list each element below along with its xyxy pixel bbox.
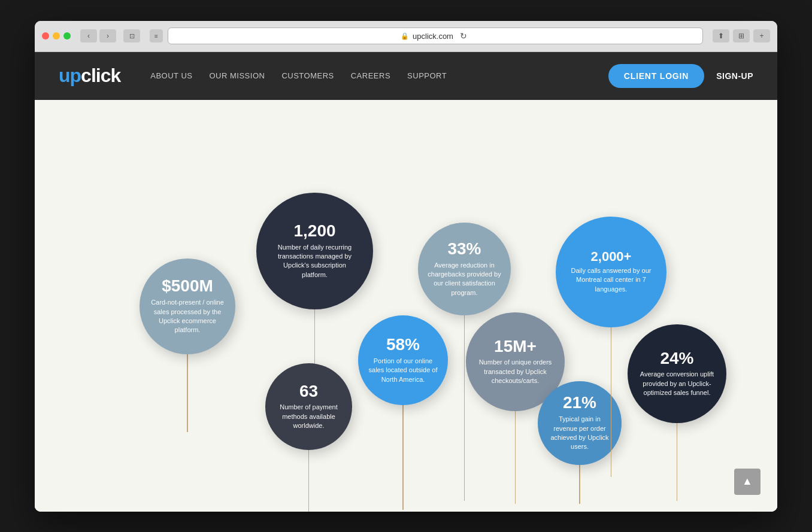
tab-view-button[interactable]: ⊡ — [123, 29, 140, 42]
logo[interactable]: upclick — [59, 65, 120, 87]
balloon-desc-b8: Daily calls answered by our Montreal cal… — [569, 266, 653, 294]
balloon-item-b1: $500MCard-not-present / online sales pro… — [140, 259, 235, 432]
minimize-button[interactable] — [53, 32, 60, 39]
url-text: upclick.com — [413, 32, 453, 41]
balloons-container: $500MCard-not-present / online sales pro… — [35, 100, 777, 512]
balloon-circle-b8: 2,000+Daily calls answered by our Montre… — [556, 217, 666, 327]
balloon-desc-b9: Average conversion uplift provided by an… — [637, 370, 717, 397]
scroll-top-button[interactable]: ▲ — [734, 469, 761, 495]
balloon-stick-b3 — [308, 450, 310, 512]
browser-nav-buttons: ‹ › — [80, 29, 116, 42]
browser-window: ‹ › ⊡ ≡ 🔒 upclick.com ↻ ⬆ ⊞ + upclick AB… — [35, 21, 777, 512]
balloon-stick-b9 — [677, 423, 678, 501]
browser-titlebar: ‹ › ⊡ ≡ 🔒 upclick.com ↻ ⬆ ⊞ + — [35, 21, 777, 52]
balloon-desc-b5: Average reduction in chargebacks provide… — [428, 261, 501, 298]
browser-actions: ⬆ ⊞ + — [713, 29, 770, 42]
balloon-item-b3: 63Number of payment methods available wo… — [265, 363, 352, 512]
balloon-item-b9: 24%Average conversion uplift provided by… — [628, 324, 726, 501]
balloon-circle-b1: $500MCard-not-present / online sales pro… — [140, 259, 235, 354]
balloon-circle-b5: 33%Average reduction in chargebacks prov… — [418, 223, 511, 315]
reader-button[interactable]: ≡ — [150, 29, 163, 42]
balloon-desc-b2: Number of daily recurring transactions m… — [273, 243, 357, 280]
new-tab-button[interactable]: ⊞ — [733, 29, 750, 42]
nav-links: ABOUT US OUR MISSION CUSTOMERS CAREERS S… — [150, 71, 608, 80]
nav-header: upclick ABOUT US OUR MISSION CUSTOMERS C… — [35, 52, 777, 100]
balloon-stick-b5 — [464, 315, 465, 501]
traffic-lights — [42, 32, 71, 39]
balloon-desc-b1: Card-not-present / online sales processe… — [149, 298, 226, 335]
balloon-stick-b8 — [611, 327, 612, 477]
balloon-circle-b9: 24%Average conversion uplift provided by… — [628, 324, 726, 423]
balloon-circle-b3: 63Number of payment methods available wo… — [265, 363, 352, 450]
balloon-stat-b3: 63 — [299, 382, 318, 401]
lock-icon: 🔒 — [401, 32, 409, 40]
balloon-stick-b4 — [402, 405, 404, 510]
fullscreen-button[interactable] — [63, 32, 71, 39]
nav-link-mission[interactable]: OUR MISSION — [209, 71, 265, 80]
balloon-stat-b8: 2,000+ — [591, 250, 632, 264]
reload-button[interactable]: ↻ — [457, 29, 470, 42]
close-button[interactable] — [42, 32, 49, 39]
share-button[interactable]: ⬆ — [713, 29, 729, 42]
balloon-stat-b6: 15M+ — [494, 338, 537, 356]
website: upclick ABOUT US OUR MISSION CUSTOMERS C… — [35, 52, 777, 512]
client-login-button[interactable]: CLIENT LOGIN — [608, 64, 704, 88]
url-bar-container: ≡ 🔒 upclick.com ↻ — [150, 28, 703, 44]
balloon-stat-b9: 24% — [660, 349, 693, 368]
balloon-stat-b5: 33% — [447, 240, 481, 259]
add-tab-button[interactable]: + — [753, 29, 770, 42]
balloon-circle-b2: 1,200Number of daily recurring transacti… — [256, 193, 373, 309]
logo-click: click — [81, 65, 120, 87]
balloon-stat-b1: $500M — [162, 277, 213, 296]
logo-up: up — [59, 65, 81, 87]
balloon-stick-b1 — [187, 354, 188, 432]
nav-link-about[interactable]: ABOUT US — [150, 71, 192, 80]
balloon-stick-b6 — [515, 411, 516, 504]
nav-right: CLIENT LOGIN SIGN-UP — [608, 64, 753, 88]
nav-link-customers[interactable]: CUSTOMERS — [281, 71, 334, 80]
main-content: $500MCard-not-present / online sales pro… — [35, 100, 777, 512]
url-bar[interactable]: 🔒 upclick.com ↻ — [168, 28, 703, 44]
forward-button[interactable]: › — [99, 29, 116, 42]
nav-link-careers[interactable]: CAREERS — [351, 71, 390, 80]
balloon-stat-b4: 58% — [386, 336, 420, 354]
balloon-stat-b2: 1,200 — [293, 222, 335, 241]
back-button[interactable]: ‹ — [80, 29, 97, 42]
balloon-desc-b3: Number of payment methods available worl… — [275, 403, 343, 430]
nav-link-support[interactable]: SUPPORT — [407, 71, 447, 80]
signup-link[interactable]: SIGN-UP — [716, 71, 753, 81]
